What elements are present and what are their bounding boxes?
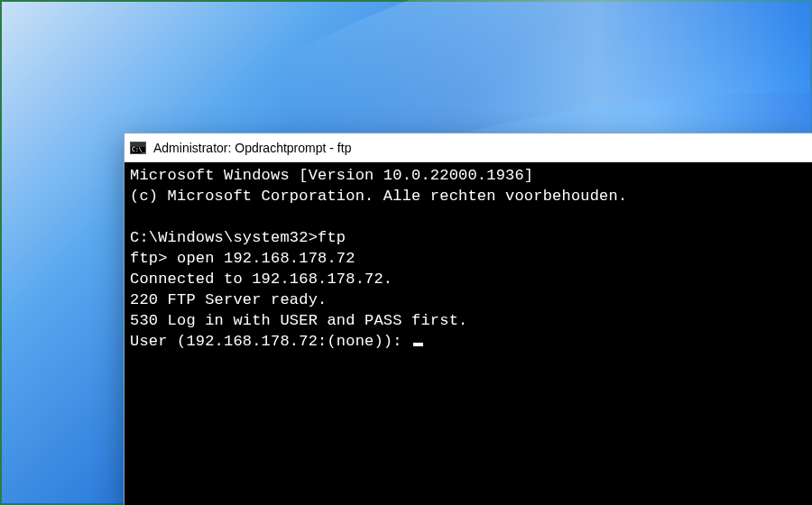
cmd-icon <box>130 142 146 154</box>
titlebar[interactable]: Administrator: Opdrachtprompt - ftp <box>125 133 812 162</box>
window-title: Administrator: Opdrachtprompt - ftp <box>153 141 351 155</box>
terminal-output[interactable]: Microsoft Windows [Version 10.0.22000.19… <box>125 162 812 505</box>
command-prompt-window: Administrator: Opdrachtprompt - ftp Micr… <box>124 133 812 505</box>
desktop-background: Administrator: Opdrachtprompt - ftp Micr… <box>0 0 812 505</box>
terminal-cursor <box>413 343 423 346</box>
